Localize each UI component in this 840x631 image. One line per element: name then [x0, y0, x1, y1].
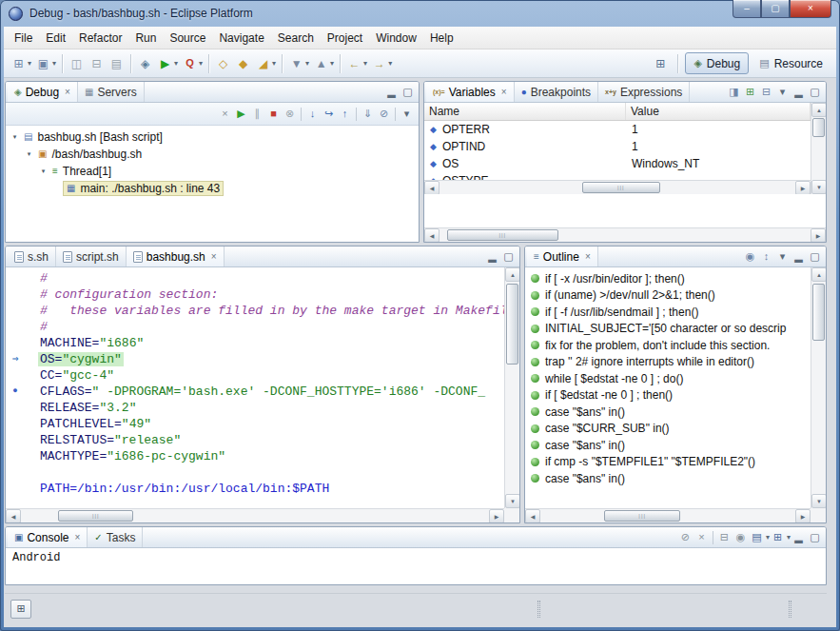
- breakpoint-icon[interactable]: ●: [6, 387, 25, 396]
- scrollbar-thumb[interactable]: [604, 510, 680, 522]
- outline-item[interactable]: case "$ans" in(): [531, 404, 811, 421]
- open-task-button[interactable]: ◇: [213, 52, 233, 75]
- outline-item[interactable]: case "$ans" in(): [531, 437, 811, 454]
- scrollbar-thumb[interactable]: [447, 229, 558, 241]
- column-header-value[interactable]: Value: [626, 103, 811, 120]
- scroll-down-icon[interactable]: ▼: [505, 494, 519, 508]
- outline-item[interactable]: if [ -f /usr/lib/sendmail ] ; then(): [531, 304, 811, 321]
- remove-all-terminated-icon[interactable]: ×: [217, 106, 233, 122]
- column-header-name[interactable]: Name: [424, 103, 626, 120]
- forward-history-button[interactable]: →▾: [369, 52, 394, 75]
- tab-debug[interactable]: ◈Debug×: [8, 82, 78, 102]
- maximize-button[interactable]: ▢: [761, 0, 790, 18]
- tab-s-sh[interactable]: s.sh: [8, 246, 56, 266]
- terminate-icon[interactable]: ■: [265, 106, 282, 122]
- run-dropdown-arrow[interactable]: ▾: [174, 59, 178, 68]
- editor-h-scrollbar[interactable]: ◀▶: [6, 508, 504, 523]
- view-menu-icon[interactable]: ▾: [774, 84, 791, 100]
- task-menu-button[interactable]: ◢▾: [253, 52, 278, 75]
- tab-servers[interactable]: ▦Servers: [78, 82, 145, 102]
- console-output[interactable]: Android: [6, 548, 826, 584]
- maximize-icon[interactable]: ▢: [807, 248, 823, 265]
- scrollbar-track[interactable]: [440, 228, 811, 242]
- menu-file[interactable]: File: [8, 28, 39, 49]
- scroll-right-icon[interactable]: ▶: [795, 509, 811, 523]
- tab-bashbug-sh[interactable]: bashbug.sh×: [127, 246, 225, 266]
- scrollbar-track[interactable]: [505, 282, 519, 494]
- previous-annotation-dropdown-arrow[interactable]: ▾: [330, 59, 334, 68]
- outline-item[interactable]: case "$CURR_SUB" in(): [531, 421, 811, 438]
- display-selected-console-button[interactable]: ▤▾: [749, 529, 770, 545]
- scroll-right-icon[interactable]: ▶: [489, 509, 504, 523]
- show-logical-structures-icon[interactable]: ⊞: [742, 84, 758, 100]
- scrollbar-thumb[interactable]: [812, 284, 825, 341]
- disconnect-icon[interactable]: ⊗: [282, 106, 298, 122]
- pin-console-icon[interactable]: ◉: [733, 529, 749, 545]
- new-menu-button[interactable]: ▣▾: [33, 52, 58, 75]
- scrollbar-thumb[interactable]: [582, 182, 660, 193]
- minimize-icon[interactable]: ▂: [791, 529, 807, 545]
- outline-item[interactable]: INITIAL_SUBJECT='[50 character or so des…: [531, 321, 811, 338]
- perspective-debug[interactable]: ◈Debug: [685, 52, 749, 74]
- sort-icon[interactable]: ↕: [758, 248, 774, 265]
- close-icon[interactable]: ×: [65, 87, 70, 97]
- debug-tree-item[interactable]: ▾▤bashbug.sh [Bash script]: [6, 128, 419, 146]
- close-icon[interactable]: ×: [211, 251, 217, 262]
- expander-icon[interactable]: ▾: [38, 168, 49, 175]
- fast-view-button[interactable]: ⊞: [10, 600, 31, 619]
- scroll-down-icon[interactable]: ▼: [811, 180, 826, 194]
- outline-item[interactable]: if cmp -s "$TEMPFILE1" "$TEMPFILE2"(): [531, 454, 811, 471]
- scrollbar-track[interactable]: [440, 181, 795, 194]
- outline-item[interactable]: fix for the problem, don't include this …: [531, 337, 811, 354]
- minimize-icon[interactable]: ▂: [484, 248, 500, 265]
- minimize-button[interactable]: –: [733, 0, 761, 18]
- editor-body[interactable]: ## configuration section:# these variabl…: [6, 267, 519, 523]
- back-history-dropdown-arrow[interactable]: ▾: [363, 59, 367, 68]
- maximize-icon[interactable]: ▢: [807, 529, 823, 545]
- open-console-button[interactable]: ⊞▾: [770, 529, 791, 545]
- scroll-right-icon[interactable]: ▶: [795, 181, 811, 195]
- show-type-names-icon[interactable]: ◨: [726, 84, 742, 100]
- maximize-icon[interactable]: ▢: [807, 84, 823, 100]
- display-selected-console-icon[interactable]: ▤: [749, 529, 765, 545]
- back-history-button[interactable]: ←▾: [344, 52, 369, 75]
- expander-icon[interactable]: ▾: [24, 150, 34, 158]
- clear-console-icon[interactable]: ⊘: [677, 529, 693, 545]
- debug-button[interactable]: ◈: [135, 52, 155, 75]
- scrollbar-thumb[interactable]: [812, 118, 825, 137]
- menu-search[interactable]: Search: [271, 28, 321, 49]
- drop-to-frame-icon[interactable]: ⇓: [360, 106, 376, 122]
- outline-v-scrollbar[interactable]: ▲▼: [811, 267, 826, 508]
- outline-item[interactable]: trap '' 2# ignore interrupts while in ed…: [531, 354, 811, 371]
- scroll-down-icon[interactable]: ▼: [811, 494, 826, 508]
- perspective-resource[interactable]: ▤Resource: [751, 52, 831, 74]
- minimize-icon[interactable]: ▂: [791, 248, 807, 265]
- collapse-all-icon[interactable]: ⊟: [758, 84, 774, 100]
- run-button[interactable]: ▶▾: [155, 52, 180, 75]
- minimize-icon[interactable]: ▂: [383, 84, 400, 100]
- next-annotation-dropdown-arrow[interactable]: ▾: [305, 59, 309, 68]
- new-wizard-dropdown-arrow[interactable]: ▾: [28, 59, 31, 68]
- variables-h-scrollbar[interactable]: ◀▶: [424, 180, 811, 194]
- use-step-filters-icon[interactable]: ⊘: [376, 106, 392, 122]
- variables-details-h-scrollbar[interactable]: ◀▶: [424, 227, 826, 242]
- variables-v-scrollbar[interactable]: ▲▼: [811, 103, 826, 194]
- menu-source[interactable]: Source: [163, 28, 212, 49]
- step-return-icon[interactable]: ↑: [337, 106, 353, 122]
- tab-tasks[interactable]: ✓Tasks: [88, 527, 143, 547]
- trim-grip[interactable]: [789, 601, 791, 618]
- outline-item[interactable]: if [ -x /usr/bin/editor ]; then(): [531, 270, 811, 287]
- scroll-right-icon[interactable]: ▶: [811, 228, 826, 242]
- variable-row[interactable]: ◆OSWindows_NT: [424, 155, 811, 172]
- editor-v-scrollbar[interactable]: ▲▼: [504, 267, 519, 508]
- close-icon[interactable]: ×: [501, 87, 507, 97]
- maximize-icon[interactable]: ▢: [500, 248, 517, 265]
- trim-grip[interactable]: [537, 601, 540, 618]
- scroll-up-icon[interactable]: ▲: [811, 267, 826, 282]
- new-menu-dropdown-arrow[interactable]: ▾: [52, 59, 56, 68]
- tab-variables[interactable]: (x)=Variables×: [426, 82, 515, 102]
- menu-edit[interactable]: Edit: [39, 28, 72, 49]
- debug-tree-item[interactable]: ▾▣/bash/bashbug.sh: [6, 146, 419, 163]
- outline-item[interactable]: if (uname) >/dev/null 2>&1; then(): [531, 287, 811, 305]
- scrollbar-track[interactable]: [811, 117, 826, 180]
